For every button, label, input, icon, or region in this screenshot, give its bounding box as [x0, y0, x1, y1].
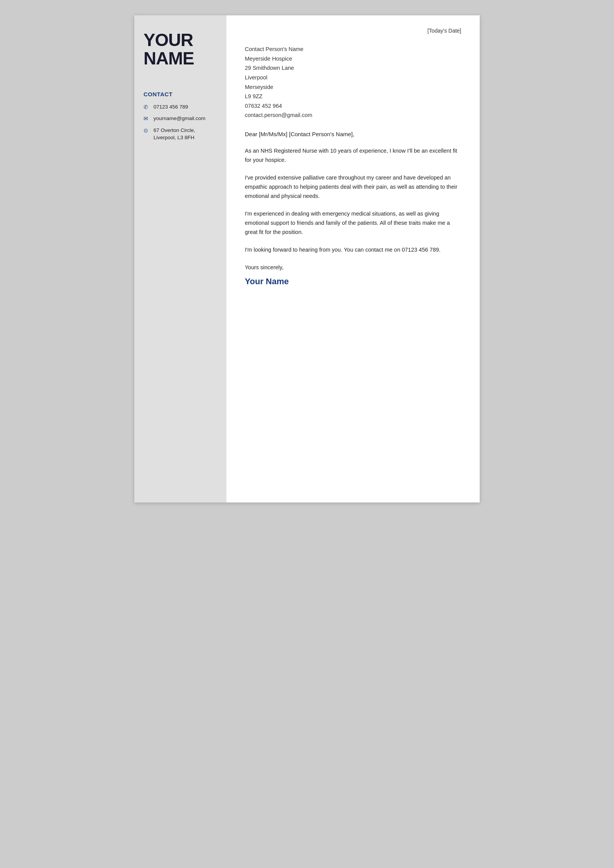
- sidebar-name-block: YOUR NAME: [144, 31, 217, 68]
- recipient-phone: 07632 452 964: [245, 101, 461, 111]
- location-icon: ⊙: [144, 127, 150, 133]
- recipient-postcode: L9 9ZZ: [245, 92, 461, 101]
- paragraph-3: I'm experienced in dealing with emergenc…: [245, 209, 461, 237]
- page: YOUR NAME CONTACT ✆ 07123 456 789 ✉ your…: [134, 15, 480, 502]
- name-heading: YOUR NAME: [144, 31, 217, 68]
- sidebar: YOUR NAME CONTACT ✆ 07123 456 789 ✉ your…: [134, 15, 226, 502]
- signature-name: Your Name: [245, 277, 461, 287]
- salutation: Dear [Mr/Ms/Mx] [Contact Person's Name],: [245, 131, 461, 137]
- phone-number: 07123 456 789: [154, 104, 188, 111]
- recipient-name: Contact Person's Name: [245, 44, 461, 54]
- recipient-company: Meyerside Hospice: [245, 54, 461, 64]
- contact-title: CONTACT: [144, 91, 217, 97]
- email-contact-item: ✉ yourname@gmail.com: [144, 115, 217, 122]
- phone-icon: ✆: [144, 104, 150, 110]
- address-contact-item: ⊙ 67 Overton Circle, Liverpool, L3 8FH: [144, 127, 217, 142]
- paragraph-4: I'm looking forward to hearing from you.…: [245, 245, 461, 255]
- paragraph-1: As an NHS Registered Nurse with 10 years…: [245, 147, 461, 165]
- email-icon: ✉: [144, 115, 150, 122]
- email-address: yourname@gmail.com: [154, 115, 205, 122]
- recipient-address1: 29 Smithdown Lane: [245, 63, 461, 73]
- recipient-block: Contact Person's Name Meyerside Hospice …: [245, 44, 461, 120]
- closing-text: Yours sincerely,: [245, 264, 461, 270]
- main-content: [Today's Date] Contact Person's Name Mey…: [226, 15, 480, 502]
- date-line: [Today's Date]: [245, 28, 461, 34]
- recipient-county: Merseyside: [245, 82, 461, 92]
- recipient-email: contact.person@gmail.com: [245, 110, 461, 120]
- phone-contact-item: ✆ 07123 456 789: [144, 104, 217, 111]
- paragraph-2: I've provided extensive palliative care …: [245, 173, 461, 201]
- recipient-city: Liverpool: [245, 73, 461, 82]
- contact-section: CONTACT ✆ 07123 456 789 ✉ yourname@gmail…: [144, 91, 217, 147]
- address-text: 67 Overton Circle, Liverpool, L3 8FH: [154, 127, 195, 142]
